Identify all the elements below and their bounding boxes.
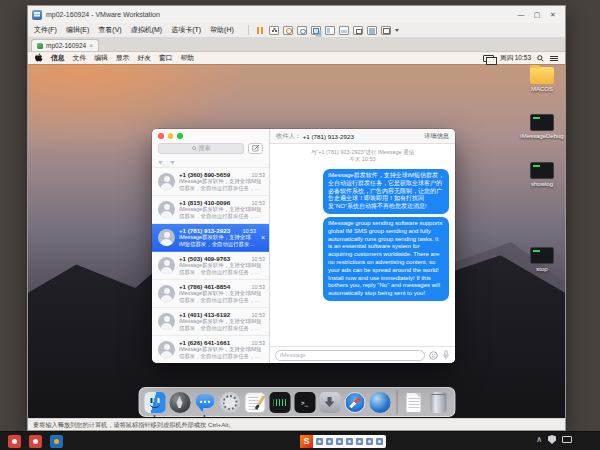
tray-caret-icon[interactable]: ∧ — [536, 435, 542, 444]
search-input[interactable]: 搜索 — [158, 143, 244, 154]
dock-item[interactable] — [144, 392, 165, 413]
vmware-menu-item[interactable]: 编辑(E) — [66, 25, 89, 35]
zoom-window-icon[interactable] — [177, 133, 183, 139]
macos-menu-item[interactable]: 窗口 — [159, 53, 173, 63]
menubar-clock[interactable]: 周四 10:53 — [500, 54, 531, 63]
desktop-icon-art — [530, 114, 554, 131]
conversation-number: +1 (360) 890-5659 — [179, 171, 230, 178]
details-button[interactable]: 详细信息 — [424, 132, 449, 141]
taskbar-app-icon[interactable] — [50, 435, 63, 448]
sogou-tool-icon[interactable] — [356, 438, 363, 445]
toolbar-separator — [248, 25, 249, 35]
vmware-toolbar-icon[interactable] — [256, 26, 265, 35]
conversation-row[interactable]: × — [152, 161, 269, 168]
macos-menu-item[interactable]: 信息 — [51, 53, 65, 63]
sogou-tool-icon[interactable] — [316, 438, 323, 445]
dock-item[interactable] — [344, 392, 365, 413]
avatar — [158, 161, 175, 167]
dock-item[interactable] — [394, 392, 399, 413]
vmware-menu-item[interactable]: 查看(V) — [98, 25, 121, 35]
close-button[interactable]: ✕ — [545, 8, 561, 22]
desktop-icon[interactable]: MACOS — [520, 67, 564, 92]
sogou-input-bar[interactable]: S — [300, 435, 386, 448]
desktop-icon[interactable]: showlog — [520, 162, 564, 187]
microphone-icon[interactable] — [442, 350, 450, 360]
vmware-titlebar[interactable]: mp02-160924 - VMware Workstation — ▢ ✕ — [28, 6, 565, 23]
taskbar-app-icon[interactable] — [29, 435, 42, 448]
dock-item[interactable] — [294, 392, 315, 413]
vmware-toolbar-icon[interactable] — [311, 26, 321, 35]
conversation-row[interactable]: +1 (786) 461-8854 10:53 iMessage群发软件，支持全… — [152, 280, 269, 308]
spotlight-search-icon[interactable] — [537, 55, 544, 62]
vm-tab[interactable]: mp02-160924 × — [31, 39, 99, 51]
vm-guest-screen[interactable]: 信息文件编辑显示好友窗口帮助 周四 10:53 MACOS — [28, 52, 565, 420]
conversation-row[interactable]: +1 (503) 409-9763 10:53 iMessage群发软件，支持全… — [152, 252, 269, 280]
chevron-down-icon[interactable] — [395, 29, 399, 32]
vmware-menu-item[interactable]: 帮助(H) — [210, 25, 234, 35]
emoji-icon[interactable] — [429, 351, 438, 360]
dock-item[interactable] — [219, 392, 240, 413]
conversation-row[interactable]: +1 (360) 890-5659 10:53 iMessage群发软件，支持全… — [152, 168, 269, 196]
input-placeholder: iMessage — [280, 352, 306, 358]
display-mirroring-icon[interactable] — [483, 55, 494, 62]
desktop-icon-art — [530, 67, 554, 84]
minimize-window-icon[interactable] — [168, 133, 174, 139]
vmware-toolbar-icon[interactable] — [353, 26, 363, 35]
conversation-number: +1 (401) 413-6192 — [179, 311, 230, 318]
minimize-button[interactable]: — — [513, 8, 529, 22]
sogou-tool-icon[interactable] — [366, 438, 373, 445]
recipient-field[interactable]: +1 (781) 913-2923 — [303, 133, 354, 140]
vmware-menu-item[interactable]: 虚拟机(M) — [131, 25, 163, 35]
vmware-toolbar-icon[interactable] — [367, 26, 377, 35]
chat-pane: 收件人： +1 (781) 913-2923 详细信息 与“+1 (781) 9… — [270, 129, 455, 363]
conversation-row[interactable]: +1 (401) 413-6192 10:53 iMessage群发软件，支持全… — [152, 308, 269, 336]
sogou-tool-icon[interactable] — [336, 438, 343, 445]
maximize-button[interactable]: ▢ — [529, 8, 545, 22]
macos-menu-item[interactable]: 文件 — [73, 53, 87, 63]
taskbar-app-icon[interactable] — [8, 435, 21, 448]
conversation-row[interactable]: +1 (626) 641-1661 10:53 iMessage群发软件，支持全… — [152, 336, 269, 363]
chat-transcript[interactable]: 与“+1 (781) 913-2923”进行 iMessage 通信 今天 10… — [270, 144, 455, 346]
vmware-menu-item[interactable]: 选项卡(T) — [171, 25, 201, 35]
dock-item[interactable] — [428, 392, 449, 413]
desktop-icon-art — [530, 162, 554, 179]
close-window-icon[interactable] — [158, 133, 164, 139]
close-conversation-icon[interactable]: × — [260, 234, 265, 241]
vmware-toolbar-icon[interactable] — [297, 26, 307, 35]
dock-item[interactable] — [269, 392, 290, 413]
compose-button[interactable] — [248, 143, 263, 154]
sogou-tool-icon[interactable] — [326, 438, 333, 445]
vmware-toolbar-icon[interactable] — [381, 26, 391, 35]
dock-item[interactable] — [369, 392, 390, 413]
sogou-logo-icon[interactable]: S — [300, 435, 313, 448]
desktop-icon[interactable]: stop — [520, 247, 564, 272]
dock-item[interactable] — [244, 392, 265, 413]
desktop-icon[interactable]: iMessageDebug — [520, 114, 564, 139]
vmware-toolbar-icon[interactable] — [269, 26, 279, 35]
conversation-row[interactable]: +1 (781) 913-2923 10:53 iMessage群发软件，支持全… — [152, 224, 269, 252]
macos-menu-item[interactable]: 编辑 — [94, 53, 108, 63]
dock-item[interactable] — [319, 392, 340, 413]
vm-tab-label: mp02-160924 — [46, 42, 86, 49]
display-tray-icon[interactable] — [562, 436, 572, 443]
dock-item[interactable] — [403, 392, 424, 413]
vmware-toolbar-icon[interactable] — [339, 26, 349, 35]
vmware-toolbar-icon[interactable] — [283, 26, 293, 35]
macos-menu-item[interactable]: 显示 — [116, 53, 130, 63]
macos-menu-item[interactable]: 帮助 — [181, 53, 195, 63]
conversation-row[interactable]: +1 (815) 410-0096 10:53 iMessage群发软件，支持全… — [152, 196, 269, 224]
vmware-toolbar-icon[interactable] — [325, 26, 335, 35]
vm-power-state-icon — [37, 43, 43, 49]
vmware-menu-item[interactable]: 文件(F) — [34, 25, 57, 35]
dock-item[interactable] — [194, 392, 215, 413]
dock-item[interactable] — [169, 392, 190, 413]
apple-menu-icon[interactable] — [35, 53, 43, 63]
message-input[interactable]: iMessage — [275, 350, 425, 361]
sogou-tool-icon[interactable] — [376, 438, 383, 445]
notification-center-icon[interactable] — [550, 55, 558, 62]
security-tray-icon[interactable] — [548, 435, 556, 444]
sogou-tool-icon[interactable] — [346, 438, 353, 445]
tab-close-icon[interactable]: × — [89, 42, 93, 49]
macos-menu-item[interactable]: 好友 — [137, 53, 151, 63]
conversation-number: +1 (503) 409-9763 — [179, 255, 230, 262]
